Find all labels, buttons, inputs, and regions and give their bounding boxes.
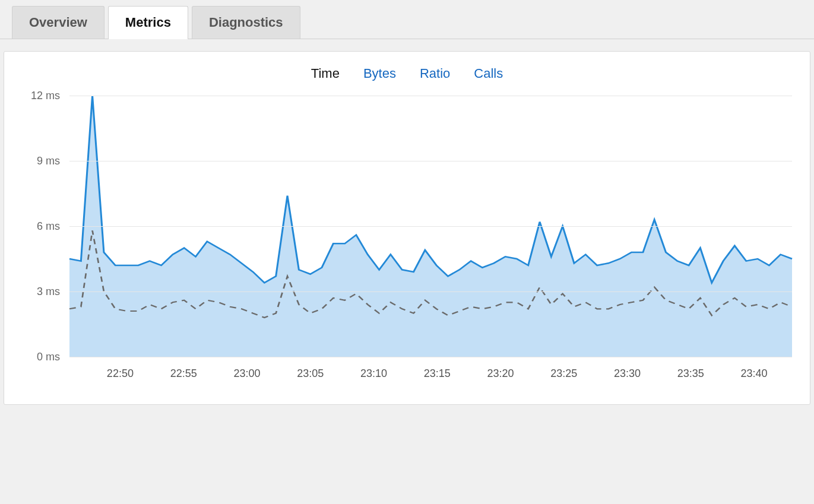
- plot-area: [69, 96, 792, 357]
- x-tick: 23:15: [424, 367, 451, 380]
- gridline: [69, 96, 792, 96]
- x-tick: 22:55: [170, 367, 197, 380]
- chart-sub-tabs: Time Bytes Ratio Calls: [16, 66, 798, 81]
- tab-diagnostics[interactable]: Diagnostics: [192, 6, 300, 39]
- x-tick: 23:20: [487, 367, 514, 380]
- x-tick: 23:05: [297, 367, 324, 380]
- x-tick: 23:35: [677, 367, 704, 380]
- x-tick: 23:25: [550, 367, 577, 380]
- y-axis: 0 ms3 ms6 ms9 ms12 ms: [22, 96, 64, 357]
- tab-overview[interactable]: Overview: [12, 6, 104, 39]
- gridline: [69, 226, 792, 227]
- x-tick: 22:50: [107, 367, 134, 380]
- x-tick: 23:30: [614, 367, 641, 380]
- x-axis: 22:5022:5523:0023:0523:1023:1523:2023:25…: [69, 363, 792, 381]
- tabs: Overview Metrics Diagnostics: [0, 0, 814, 39]
- sub-tab-bytes[interactable]: Bytes: [363, 66, 396, 81]
- gridline: [69, 291, 792, 292]
- y-tick: 0 ms: [37, 351, 60, 363]
- metrics-panel: Time Bytes Ratio Calls 0 ms3 ms6 ms9 ms1…: [4, 51, 810, 405]
- y-tick: 3 ms: [37, 286, 60, 298]
- y-tick: 12 ms: [31, 90, 60, 102]
- sub-tab-time[interactable]: Time: [311, 66, 340, 81]
- x-tick: 23:00: [233, 367, 260, 380]
- sub-tab-calls[interactable]: Calls: [474, 66, 503, 81]
- time-chart: 0 ms3 ms6 ms9 ms12 ms 22:5022:5523:0023:…: [22, 96, 798, 381]
- y-tick: 6 ms: [37, 220, 60, 233]
- x-tick: 23:10: [360, 367, 387, 380]
- gridline: [69, 357, 792, 357]
- sub-tab-ratio[interactable]: Ratio: [420, 66, 450, 81]
- x-tick: 23:40: [740, 367, 767, 380]
- y-tick: 9 ms: [37, 155, 60, 167]
- tab-metrics[interactable]: Metrics: [108, 6, 188, 39]
- gridline: [69, 161, 792, 161]
- page: Overview Metrics Diagnostics Time Bytes …: [0, 0, 814, 405]
